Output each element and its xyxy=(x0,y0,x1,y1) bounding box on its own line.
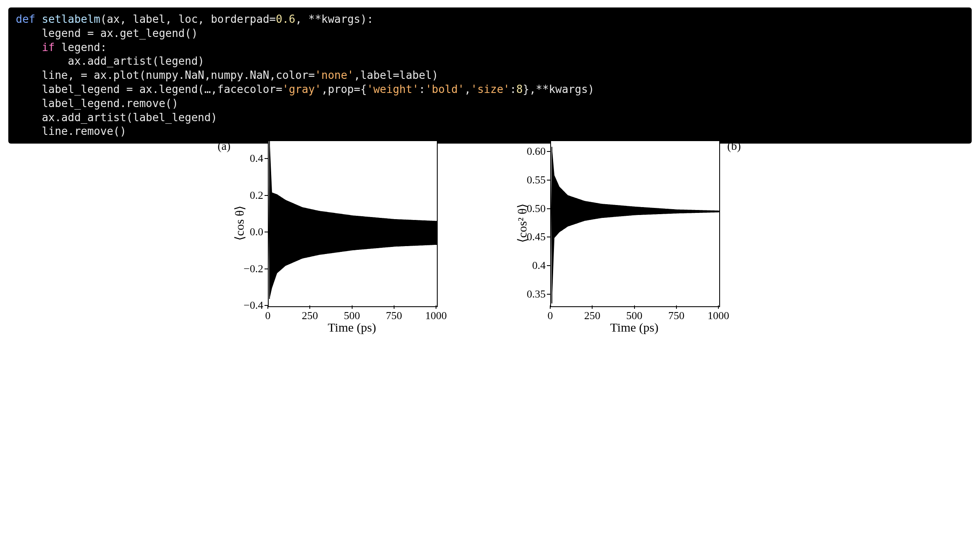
line2b: = ax.get_legend() xyxy=(87,27,198,39)
comma: , xyxy=(198,13,211,25)
str-weight: 'weight' xyxy=(367,83,419,95)
starstar2: ** xyxy=(536,83,549,95)
line2a: legend xyxy=(42,27,88,39)
ytick-label: −0.2 xyxy=(244,263,263,275)
ytick-label: 0.0 xyxy=(250,226,264,238)
line4: ax.add_artist(legend) xyxy=(68,55,204,67)
line6a: label_legend xyxy=(42,83,127,95)
xtick-mark xyxy=(267,305,268,309)
panel-label-b: (b) xyxy=(727,139,741,153)
chart-b: (b) ⟨cos² θ⟩ 0.350.40.450.500.550.60 025… xyxy=(515,136,747,334)
xtick-mark xyxy=(394,305,394,309)
colon1: : xyxy=(419,83,426,95)
fn-name: setlabelm xyxy=(42,13,100,25)
ytick-mark xyxy=(547,294,550,295)
ytick-label: 0.4 xyxy=(250,152,264,165)
ytick-mark xyxy=(547,208,550,209)
line5b: = ax.plot(numpy.NaN,numpy.NaN,color= xyxy=(81,69,315,81)
ytick-mark xyxy=(547,237,550,237)
param-label: label xyxy=(133,13,165,25)
ytick-label: 0.50 xyxy=(527,203,546,215)
xtick-mark xyxy=(436,305,436,309)
charts-row: (a) ⟨cos θ⟩ −0.4−0.20.00.20.4 0250500750… xyxy=(0,136,980,360)
ytick-label: 0.45 xyxy=(527,231,546,243)
line5c: ,label=label) xyxy=(354,69,439,81)
ytick-label: 0.60 xyxy=(527,145,546,158)
line5a: line, xyxy=(42,69,81,81)
ytick-label: 0.2 xyxy=(250,189,264,202)
ytick-mark xyxy=(265,269,268,269)
xtick-mark xyxy=(718,305,719,309)
ytick-label: 0.4 xyxy=(532,259,546,272)
kw-def: def xyxy=(16,13,35,25)
ytick-mark xyxy=(265,158,268,159)
line3: legend: xyxy=(55,41,107,54)
line6i: kwargs) xyxy=(549,83,595,95)
line6b: = ax.legend(…,facecolor= xyxy=(126,83,282,95)
str-bold: 'bold' xyxy=(425,83,464,95)
ytick-mark xyxy=(265,232,268,232)
param-kwargs: kwargs xyxy=(321,13,360,25)
starstar: ** xyxy=(309,13,321,25)
ytick-label: 0.35 xyxy=(527,288,546,300)
plot-b xyxy=(550,140,720,307)
line6c: ,prop={ xyxy=(321,83,367,95)
comma: , xyxy=(120,13,132,25)
plot-b-svg xyxy=(551,141,719,306)
ytick-label: −0.4 xyxy=(244,299,263,312)
xtick-mark xyxy=(309,305,310,309)
envelope-fill xyxy=(269,141,437,299)
line9: line.remove() xyxy=(42,125,127,137)
yticks-b: 0.350.40.450.500.550.60 xyxy=(515,140,549,305)
yticks-a: −0.4−0.20.00.20.4 xyxy=(233,140,267,305)
code-block: def setlabelm(ax, label, loc, borderpad=… xyxy=(8,7,972,144)
comma: , xyxy=(165,13,178,25)
kw-if: if xyxy=(42,41,55,54)
num-0-6: 0.6 xyxy=(276,13,295,25)
envelope-fill xyxy=(551,147,719,303)
xtick-mark xyxy=(550,305,551,309)
line7: label_legend.remove() xyxy=(42,97,179,110)
eq: = xyxy=(270,13,276,25)
xtick-mark xyxy=(352,305,353,309)
str-size: 'size' xyxy=(471,83,510,95)
ytick-mark xyxy=(547,151,550,152)
ytick-mark xyxy=(547,180,550,181)
panel-label-a: (a) xyxy=(218,139,230,153)
comma: , xyxy=(295,13,308,25)
page-root: def setlabelm(ax, label, loc, borderpad=… xyxy=(0,0,980,542)
sig-open: ( xyxy=(100,13,107,25)
num-8: 8 xyxy=(516,83,523,95)
xlabel-a: Time (ps) xyxy=(268,320,436,334)
param-loc: loc xyxy=(178,13,198,25)
colon2: : xyxy=(510,83,517,95)
comma2: , xyxy=(464,83,471,95)
str-gray: 'gray' xyxy=(282,83,321,95)
line8: ax.add_artist(label_legend) xyxy=(42,111,218,124)
param-ax: ax xyxy=(107,13,120,25)
str-none: 'none' xyxy=(315,69,354,81)
xtick-mark xyxy=(592,305,593,309)
chart-a: (a) ⟨cos θ⟩ −0.4−0.20.00.20.4 0250500750… xyxy=(233,136,465,334)
line6g: }, xyxy=(523,83,536,95)
plot-a-svg xyxy=(269,141,437,306)
xlabel-b: Time (ps) xyxy=(550,320,718,334)
ytick-mark xyxy=(265,195,268,196)
xtick-mark xyxy=(676,305,677,309)
ytick-label: 0.55 xyxy=(527,174,546,186)
plot-a xyxy=(268,140,438,307)
param-borderpad: borderpad xyxy=(211,13,270,25)
ytick-mark xyxy=(547,265,550,266)
sig-close: ): xyxy=(360,13,373,25)
xtick-mark xyxy=(634,305,635,309)
